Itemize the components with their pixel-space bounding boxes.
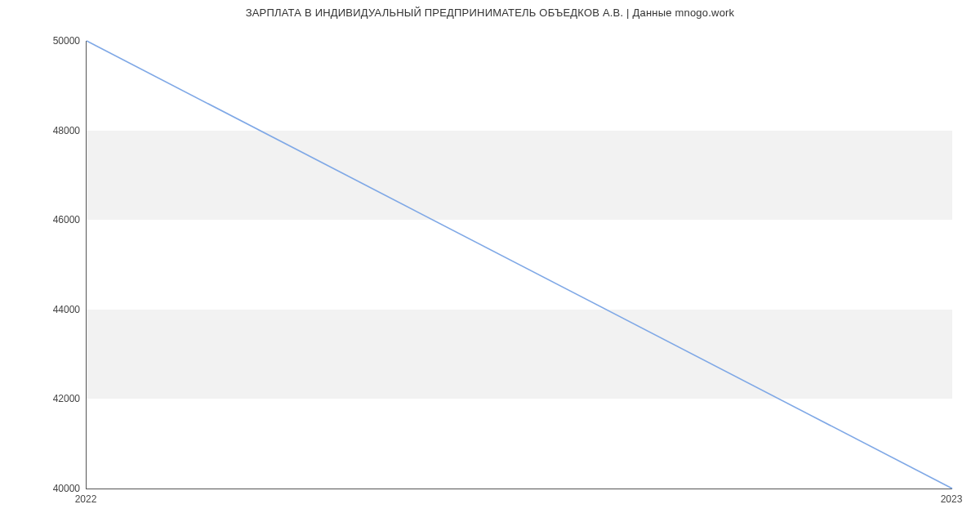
- y-tick-label: 44000: [31, 304, 80, 315]
- x-tick-label: 2023: [941, 493, 963, 505]
- line-series: [87, 41, 952, 489]
- chart-title: ЗАРПЛАТА В ИНДИВИДУАЛЬНЫЙ ПРЕДПРИНИМАТЕЛ…: [0, 7, 980, 19]
- y-tick-label: 40000: [31, 483, 80, 494]
- y-tick-label: 50000: [31, 35, 80, 47]
- y-tick-label: 48000: [31, 125, 80, 136]
- plot-area: [86, 41, 952, 489]
- y-tick-label: 42000: [31, 393, 80, 404]
- y-tick-label: 46000: [31, 214, 80, 225]
- x-tick-label: 2022: [75, 493, 97, 505]
- chart-container: ЗАРПЛАТА В ИНДИВИДУАЛЬНЫЙ ПРЕДПРИНИМАТЕЛ…: [0, 0, 980, 531]
